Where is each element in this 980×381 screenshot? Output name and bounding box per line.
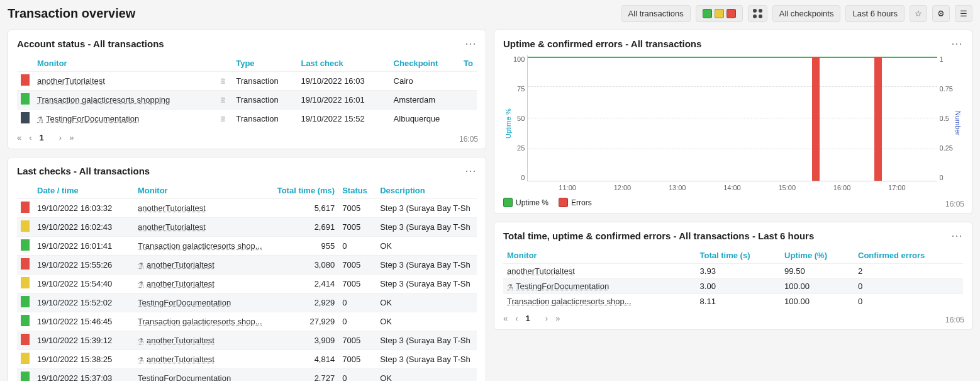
status-indicator: [21, 315, 30, 326]
monitor-link[interactable]: ⚗TestingForDocumentation: [37, 114, 139, 123]
page-prev[interactable]: ‹: [29, 133, 31, 142]
document-icon[interactable]: 🗎: [220, 77, 227, 86]
monitor-link[interactable]: anotherTutorialtest: [507, 266, 575, 276]
cell-lastcheck: 19/10/2022 16:01: [297, 91, 389, 110]
table-row[interactable]: 19/10/2022 15:37:03 TestingForDocumentat…: [17, 369, 477, 382]
cell-errors: 2: [854, 264, 963, 279]
table-row[interactable]: Transaction galacticresorts shopping 🗎 T…: [17, 91, 477, 110]
cell-description: Step 3 (Suraya Bay T-Sh: [376, 331, 477, 350]
table-row[interactable]: anotherTutorialtest 3.93 99.50 2: [503, 264, 963, 279]
ytick: 25: [513, 144, 525, 152]
monitor-link[interactable]: Transaction galacticresorts shop...: [138, 241, 262, 251]
ytick: 0.75: [940, 85, 953, 93]
col-type[interactable]: Type: [232, 55, 297, 72]
table-row[interactable]: 19/10/2022 15:55:26 ⚗anotherTutorialtest…: [17, 256, 477, 275]
panel-menu-button[interactable]: ⋯: [465, 37, 477, 50]
monitor-link[interactable]: Transaction galacticresorts shop...: [138, 317, 262, 326]
table-row[interactable]: 19/10/2022 15:52:02 TestingForDocumentat…: [17, 293, 477, 312]
status-filter-button[interactable]: [696, 5, 743, 22]
panel-last-checks: Last checks - All transactions ⋯ Date / …: [8, 157, 486, 381]
document-icon[interactable]: 🗎: [220, 96, 227, 105]
page-last[interactable]: »: [69, 133, 74, 142]
document-icon[interactable]: 🗎: [220, 115, 227, 123]
hamburger-icon: ☰: [960, 9, 967, 18]
monitor-link[interactable]: TestingForDocumentation: [138, 373, 231, 381]
cell-description: Step 3 (Suraya Bay T-Sh: [376, 275, 477, 293]
monitor-link[interactable]: ⚗anotherTutorialtest: [138, 279, 214, 288]
gear-icon: ⚙: [937, 9, 945, 18]
table-row[interactable]: Transaction galacticresorts shop... 8.11…: [503, 294, 963, 309]
monitor-link[interactable]: TestingForDocumentation: [138, 298, 231, 307]
uptime-chart: Uptime % 1007550250 11:0012:0013:0014:00…: [503, 55, 963, 191]
ytick: 0: [940, 174, 953, 181]
filter-transactions-button[interactable]: All transactions: [621, 5, 691, 22]
col-datetime[interactable]: Date / time: [33, 183, 134, 199]
monitor-link[interactable]: ⚗TestingForDocumentation: [507, 281, 609, 291]
col-desc[interactable]: Description: [376, 183, 477, 199]
table-row[interactable]: ⚗TestingForDocumentation 🗎 Transaction 1…: [17, 110, 477, 128]
monitor-link[interactable]: ⚗anotherTutorialtest: [138, 260, 214, 270]
menu-button[interactable]: ☰: [955, 5, 972, 22]
monitor-link[interactable]: ⚗anotherTutorialtest: [138, 336, 214, 345]
page-next[interactable]: ›: [59, 133, 62, 142]
cell-status: 7005: [338, 199, 376, 218]
col-uptime[interactable]: Uptime (%): [781, 247, 854, 264]
monitor-link[interactable]: Transaction galacticresorts shopping: [37, 95, 170, 105]
page-last[interactable]: »: [555, 314, 560, 323]
pager: « ‹ 1 › »: [503, 314, 963, 323]
col-totaltime[interactable]: Total time (ms): [269, 183, 338, 199]
table-row[interactable]: anotherTutorialtest 🗎 Transaction 19/10/…: [17, 72, 477, 91]
cell-totaltime: 955: [269, 237, 338, 256]
table-row[interactable]: 19/10/2022 16:03:32 anotherTutorialtest …: [17, 199, 477, 218]
col-errors[interactable]: Confirmed errors: [854, 247, 963, 264]
settings-button[interactable]: ⚙: [932, 5, 950, 22]
col-status[interactable]: Status: [338, 183, 376, 199]
cell-errors: 0: [854, 294, 963, 309]
flask-icon: ⚗: [138, 261, 144, 269]
page-prev[interactable]: ‹: [515, 314, 518, 323]
panel-menu-button[interactable]: ⋯: [951, 229, 963, 242]
page-first[interactable]: «: [503, 314, 508, 323]
filter-checkpoints-button[interactable]: All checkpoints: [772, 5, 841, 22]
col-monitor[interactable]: Monitor: [503, 247, 696, 264]
table-row[interactable]: 19/10/2022 15:38:25 ⚗anotherTutorialtest…: [17, 350, 477, 369]
yaxis-right-label: Number: [953, 55, 963, 191]
table-row[interactable]: 19/10/2022 16:02:43 anotherTutorialtest …: [17, 218, 477, 237]
col-monitor[interactable]: Monitor: [33, 55, 216, 72]
table-row[interactable]: ⚗TestingForDocumentation 3.00 100.00 0: [503, 279, 963, 294]
panel-menu-button[interactable]: ⋯: [465, 164, 477, 178]
monitor-link[interactable]: Transaction galacticresorts shop...: [507, 297, 632, 306]
flask-icon: ⚗: [507, 283, 513, 290]
col-totaltime[interactable]: Total time (s): [696, 247, 781, 264]
dots-icon: [753, 9, 762, 18]
page-next[interactable]: ›: [545, 314, 548, 323]
table-row[interactable]: 19/10/2022 16:01:41 Transaction galactic…: [17, 237, 477, 256]
cell-status: 7005: [338, 350, 376, 369]
monitor-link[interactable]: anotherTutorialtest: [37, 76, 105, 86]
monitor-link[interactable]: ⚗anotherTutorialtest: [138, 355, 214, 364]
cell-description: Step 3 (Suraya Bay T-Sh: [376, 218, 477, 237]
table-row[interactable]: 19/10/2022 15:39:12 ⚗anotherTutorialtest…: [17, 331, 477, 350]
cell-type: Transaction: [232, 91, 297, 110]
error-bar: [874, 57, 882, 181]
monitor-link[interactable]: anotherTutorialtest: [138, 222, 206, 232]
favorite-button[interactable]: ☆: [910, 5, 927, 22]
page-number[interactable]: 1: [40, 133, 44, 142]
grid-view-button[interactable]: [748, 5, 767, 22]
time-range-button[interactable]: Last 6 hours: [845, 5, 905, 22]
totals-table: Monitor Total time (s) Uptime (%) Confir…: [503, 247, 963, 309]
table-row[interactable]: 19/10/2022 15:54:40 ⚗anotherTutorialtest…: [17, 275, 477, 293]
page-first[interactable]: «: [17, 133, 21, 142]
col-total[interactable]: To: [460, 55, 477, 72]
col-checkpoint[interactable]: Checkpoint: [390, 55, 460, 72]
col-lastcheck[interactable]: Last check: [297, 55, 389, 72]
cell-status: 7005: [338, 275, 376, 293]
legend-uptime-icon: [503, 198, 513, 207]
table-row[interactable]: 19/10/2022 15:46:45 Transaction galactic…: [17, 312, 477, 331]
monitor-link[interactable]: anotherTutorialtest: [138, 203, 206, 213]
col-monitor[interactable]: Monitor: [134, 183, 269, 199]
panel-account-status: Account status - All transactions ⋯ Moni…: [8, 30, 486, 149]
panel-menu-button[interactable]: ⋯: [951, 37, 963, 50]
cell-lastcheck: 19/10/2022 15:52: [297, 110, 389, 128]
page-number[interactable]: 1: [526, 314, 530, 323]
